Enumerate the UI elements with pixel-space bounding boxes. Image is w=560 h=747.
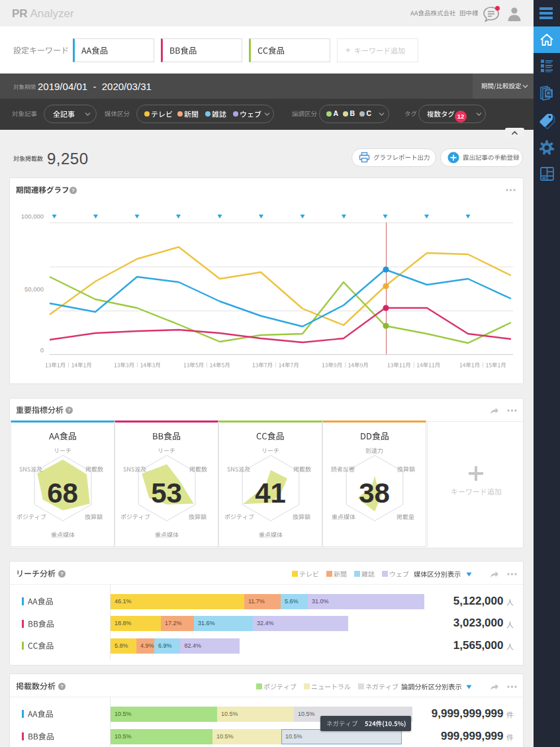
svg-text:?: ?: [60, 683, 64, 689]
svg-text:?: ?: [68, 407, 71, 413]
svg-text:?: ?: [60, 571, 64, 577]
